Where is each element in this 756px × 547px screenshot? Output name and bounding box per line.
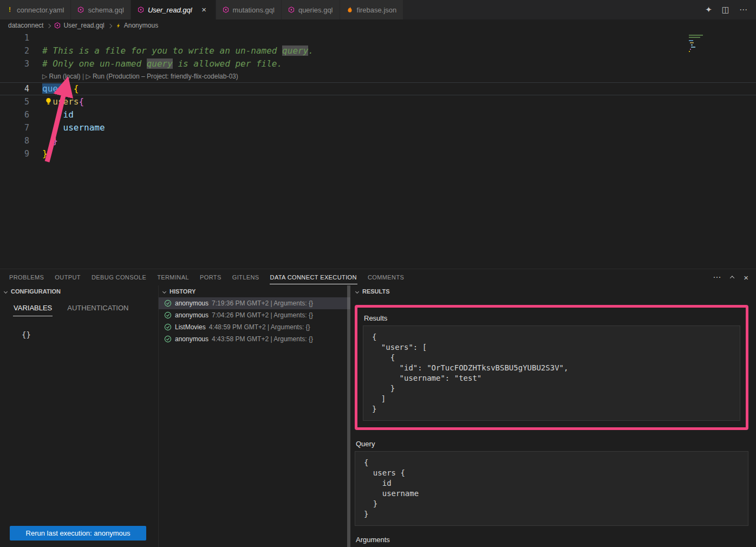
editor-line-5: 5 users{ bbox=[0, 95, 756, 108]
history-meta: 7:19:36 PM GMT+2 | Arguments: {} bbox=[212, 299, 313, 307]
code-token: . bbox=[308, 45, 314, 56]
results-title: RESULTS bbox=[362, 288, 390, 295]
line-content: } bbox=[42, 147, 48, 160]
code-token: query bbox=[282, 45, 308, 56]
sparkle-icon[interactable]: ✦ bbox=[705, 5, 712, 15]
graphql-icon bbox=[288, 6, 295, 13]
history-title: HISTORY bbox=[170, 288, 195, 295]
history-scrollbar[interactable] bbox=[347, 285, 350, 547]
results-label: Results bbox=[364, 314, 740, 322]
run-production-codelens[interactable]: ▷ Run (Production – Project: friendly-fl… bbox=[86, 73, 238, 80]
configuration-tabs: VARIABLESAUTHENTICATION bbox=[13, 303, 158, 316]
panel-tab-terminal[interactable]: TERMINAL bbox=[157, 270, 190, 284]
panel-tab-data-connect-execution[interactable]: DATA CONNECT EXECUTION bbox=[270, 270, 357, 284]
panel-tab-output[interactable]: OUTPUT bbox=[54, 270, 81, 284]
variables-value[interactable]: {} bbox=[22, 330, 158, 339]
editor-toolbar: ✦ ◫ ⋯ bbox=[705, 0, 756, 19]
results-json: { "users": [ { "id": "OrTucFODZHTksvBSBU… bbox=[363, 325, 740, 421]
graphql-icon bbox=[54, 22, 61, 29]
close-icon[interactable]: × bbox=[199, 5, 209, 15]
configuration-header[interactable]: CONFIGURATION bbox=[0, 285, 158, 297]
maximize-panel-icon[interactable] bbox=[731, 276, 734, 279]
breadcrumb: dataconnectUser_read.gqlAnonymous bbox=[0, 19, 756, 31]
panel-tab-debug-console[interactable]: DEBUG CONSOLE bbox=[91, 270, 147, 284]
editor-line-6: 6 id bbox=[0, 108, 756, 121]
lightbulb-icon[interactable] bbox=[44, 97, 53, 106]
editor-tab-queries.gql[interactable]: queries.gql bbox=[282, 0, 340, 19]
tab-label: connector.yaml bbox=[17, 6, 64, 14]
line-content: id bbox=[42, 108, 74, 121]
history-item[interactable]: anonymous4:43:58 PM GMT+2 | Arguments: {… bbox=[159, 333, 350, 345]
editor-tab-firebase.json[interactable]: firebase.json bbox=[340, 0, 404, 19]
editor-line-9: 9} bbox=[0, 147, 756, 160]
editor-line-1: 1 bbox=[0, 31, 756, 44]
query-label: Query bbox=[356, 440, 748, 448]
breadcrumb-item-Anonymous[interactable]: Anonymous bbox=[115, 22, 158, 29]
flame-icon bbox=[347, 6, 353, 13]
editor-tab-mutations.gql[interactable]: mutations.gql bbox=[216, 0, 282, 19]
history-header[interactable]: HISTORY bbox=[159, 285, 350, 297]
results-header[interactable]: RESULTS bbox=[355, 285, 748, 297]
configuration-title: CONFIGURATION bbox=[11, 288, 61, 295]
panel-tab-strip: PROBLEMSOUTPUTDEBUG CONSOLETERMINALPORTS… bbox=[9, 270, 414, 284]
codelens-separator: | bbox=[81, 73, 86, 80]
config-tab-variables[interactable]: VARIABLES bbox=[13, 303, 53, 316]
code-token: username bbox=[42, 122, 105, 133]
breadcrumb-label: Anonymous bbox=[124, 22, 158, 29]
history-section: HISTORY anonymous7:19:36 PM GMT+2 | Argu… bbox=[159, 285, 350, 547]
bottom-panel: PROBLEMSOUTPUTDEBUG CONSOLETERMINALPORTS… bbox=[0, 269, 756, 547]
breadcrumb-label: dataconnect bbox=[8, 22, 43, 29]
history-list: anonymous7:19:36 PM GMT+2 | Arguments: {… bbox=[159, 297, 350, 345]
history-item[interactable]: anonymous7:04:26 PM GMT+2 | Arguments: {… bbox=[159, 309, 350, 321]
code-token: { bbox=[74, 83, 79, 94]
code-token: } bbox=[42, 148, 48, 159]
line-number: 8 bbox=[0, 134, 29, 147]
line-number: 7 bbox=[0, 121, 29, 134]
history-item[interactable]: anonymous7:19:36 PM GMT+2 | Arguments: {… bbox=[159, 297, 350, 309]
code-editor[interactable]: 12# This is a file for you to write an u… bbox=[0, 31, 756, 269]
panel-more-actions-icon[interactable]: ⋯ bbox=[713, 272, 721, 282]
results-highlight-annotation: Results { "users": [ { "id": "OrTucFODZH… bbox=[355, 305, 748, 430]
line-content: username bbox=[42, 121, 105, 134]
chevron-down-icon bbox=[355, 289, 359, 293]
tab-label: User_read.gql bbox=[148, 6, 192, 14]
editor-lines: 12# This is a file for you to write an u… bbox=[0, 31, 756, 160]
panel-tab-ports[interactable]: PORTS bbox=[199, 270, 222, 284]
history-operation-name: anonymous bbox=[175, 299, 208, 307]
editor-tab-User_read.gql[interactable]: User_read.gql× bbox=[131, 0, 216, 19]
chevron-down-icon bbox=[162, 289, 166, 293]
panel-tab-gitlens[interactable]: GITLENS bbox=[232, 270, 260, 284]
split-editor-icon[interactable]: ◫ bbox=[722, 5, 729, 15]
rerun-button[interactable]: Rerun last execution: anonymous bbox=[10, 526, 146, 541]
history-item[interactable]: ListMovies4:48:59 PM GMT+2 | Arguments: … bbox=[159, 321, 350, 333]
code-token: is allowed per file. bbox=[173, 58, 282, 69]
editor-line-7: 7 username bbox=[0, 121, 756, 134]
breadcrumb-label: User_read.gql bbox=[63, 22, 104, 29]
line-number: 9 bbox=[0, 147, 29, 160]
more-actions-icon[interactable]: ⋯ bbox=[739, 5, 747, 15]
check-circle-icon bbox=[164, 311, 172, 319]
breadcrumb-item-dataconnect[interactable]: dataconnect bbox=[8, 22, 43, 29]
panel-tab-bar: PROBLEMSOUTPUTDEBUG CONSOLETERMINALPORTS… bbox=[0, 269, 756, 285]
config-tab-authentication[interactable]: AUTHENTICATION bbox=[67, 303, 129, 316]
panel-tab-comments[interactable]: COMMENTS bbox=[367, 270, 405, 284]
arguments-label: Arguments bbox=[356, 536, 748, 544]
editor-tab-schema.gql[interactable]: schema.gql bbox=[71, 0, 131, 19]
editor-line-3: 3# Only one un-named query is allowed pe… bbox=[0, 57, 756, 70]
line-content: } bbox=[42, 134, 58, 147]
breadcrumb-item-User_read.gql[interactable]: User_read.gql bbox=[54, 22, 104, 29]
panel-tab-problems[interactable]: PROBLEMS bbox=[9, 270, 44, 284]
chevron-right-icon bbox=[108, 23, 112, 28]
editor-tab-connector.yaml[interactable]: !connector.yaml bbox=[0, 0, 71, 19]
configuration-section: CONFIGURATION VARIABLESAUTHENTICATION {}… bbox=[0, 285, 159, 547]
minimap[interactable] bbox=[689, 32, 748, 70]
query-code: { users { id username } } bbox=[355, 451, 748, 526]
code-token bbox=[68, 83, 74, 94]
tab-label: queries.gql bbox=[298, 6, 333, 14]
run-local-codelens[interactable]: ▷ Run (local) bbox=[42, 73, 81, 80]
code-token: users bbox=[53, 96, 79, 107]
symbol-icon bbox=[115, 23, 121, 29]
data-connect-execution-view: CONFIGURATION VARIABLESAUTHENTICATION {}… bbox=[0, 285, 756, 547]
close-panel-icon[interactable]: × bbox=[744, 273, 748, 282]
history-meta: 4:43:58 PM GMT+2 | Arguments: {} bbox=[212, 335, 313, 343]
